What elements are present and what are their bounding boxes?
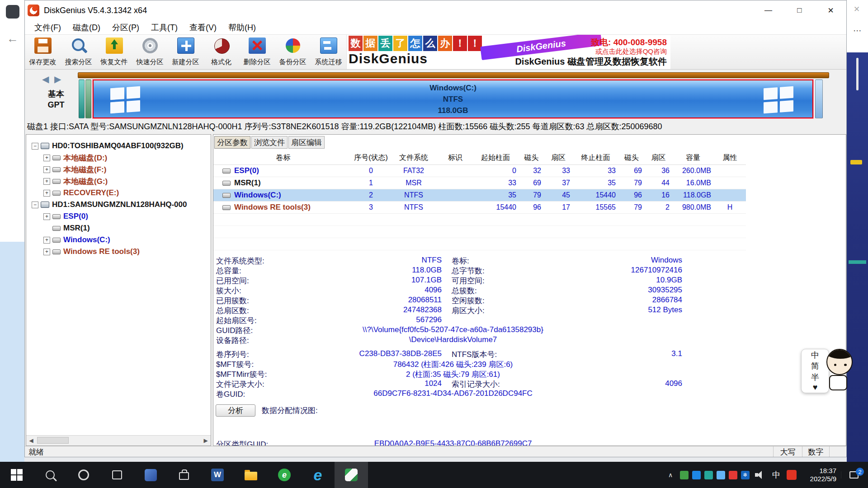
input-method-icon[interactable] — [787, 470, 797, 480]
banner-qq-link[interactable]: 或点击此处选择QQ咨询 — [595, 47, 667, 56]
ime-mode-label[interactable]: 中 — [811, 350, 819, 361]
menu-item[interactable]: 查看(V) — [184, 22, 222, 33]
tree-item[interactable]: + 本地磁盘(F:) — [26, 164, 211, 175]
expand-toggle[interactable]: − — [32, 143, 38, 150]
scrollbar-thumb[interactable] — [856, 58, 859, 90]
menu-item[interactable]: 分区(P) — [106, 22, 145, 33]
tree-item[interactable]: − HD0:TOSHIBAMQ04ABF100(932GB) — [26, 140, 211, 152]
tray-messenger-icon[interactable] — [717, 471, 725, 479]
table-header-cell[interactable]: 卷标 — [213, 153, 353, 163]
expand-toggle[interactable]: + — [43, 166, 50, 173]
table-header-cell[interactable]: 文件系统 — [389, 153, 439, 163]
expand-toggle[interactable]: + — [43, 237, 50, 244]
edge-button[interactable]: e — [301, 462, 335, 488]
word-button[interactable]: W — [201, 462, 234, 488]
ime-mode-label[interactable]: 半 — [811, 372, 819, 383]
expand-toggle[interactable]: + — [43, 155, 50, 161]
more-menu-icon[interactable]: ⋯ — [853, 25, 862, 36]
table-header-cell[interactable]: 扇区 — [544, 153, 573, 163]
table-header-cell[interactable]: 扇区 — [645, 153, 672, 163]
table-header-cell[interactable]: 磁头 — [618, 153, 645, 163]
tray-snowflake-icon[interactable]: ❄ — [741, 471, 750, 479]
tree-item[interactable]: + 本地磁盘(D:) — [26, 152, 211, 164]
close-button[interactable]: ✕ — [815, 0, 846, 20]
disk-next-icon[interactable]: ▶ — [54, 74, 61, 84]
tree-horizontal-scrollbar[interactable]: ◀ ▶ — [26, 435, 211, 446]
tree-item[interactable]: + RECOVERY(E:) — [26, 187, 211, 199]
pinned-app-icon[interactable] — [134, 462, 167, 488]
table-header-cell[interactable]: 容量 — [672, 153, 714, 163]
maximize-button[interactable]: □ — [784, 0, 815, 20]
expand-toggle[interactable]: + — [43, 190, 50, 197]
partition-block-msr[interactable] — [85, 80, 91, 118]
taskbar-clock[interactable]: 18:37 2022/5/9 — [799, 467, 841, 483]
toolbar-button[interactable]: 快速分区 — [132, 35, 168, 70]
tray-antivirus-icon[interactable] — [680, 471, 689, 479]
search-button[interactable] — [33, 462, 67, 488]
ime-mascot-icon[interactable] — [826, 349, 853, 375]
toolbar-button[interactable]: 备份分区 — [275, 35, 311, 70]
tree-item[interactable]: + Windows RE tools(3) — [26, 246, 211, 258]
tab[interactable]: 分区参数 — [214, 136, 250, 149]
menu-item[interactable]: 文件(F) — [28, 22, 67, 33]
menu-item[interactable]: 磁盘(D) — [67, 22, 106, 33]
back-arrow-icon[interactable]: ← — [7, 32, 19, 46]
toolbar-button[interactable]: 新建分区 — [168, 35, 203, 70]
tree-item[interactable]: + Windows(C:) — [26, 234, 211, 246]
toolbar-button[interactable]: 保存更改 — [25, 35, 61, 70]
analyze-button[interactable]: 分析 — [216, 404, 255, 417]
diskgenius-taskbar-button[interactable] — [335, 462, 368, 488]
toolbar-button[interactable]: 搜索分区 — [61, 35, 96, 70]
ad-banner[interactable]: 数据丢了怎么办！！ DiskGenius DiskGenius 致电: 400-… — [346, 35, 670, 69]
scroll-right-icon[interactable]: ▶ — [201, 437, 211, 444]
tray-browser-icon[interactable] — [692, 471, 701, 479]
menu-item[interactable]: 工具(T) — [145, 22, 184, 33]
browser-green-button[interactable]: e — [268, 462, 301, 488]
cortana-button[interactable] — [67, 462, 100, 488]
ime-indicator[interactable]: 中 — [769, 469, 784, 480]
toolbar-button[interactable]: 系统迁移 — [311, 35, 346, 70]
menu-item[interactable]: 帮助(H) — [222, 22, 262, 33]
expand-toggle[interactable]: + — [43, 178, 50, 185]
expand-toggle[interactable]: + — [43, 249, 50, 255]
tray-expand-icon[interactable]: ∧ — [663, 471, 678, 479]
action-center-button[interactable]: 2 — [841, 471, 866, 479]
tray-teal-icon[interactable] — [704, 471, 713, 479]
tab[interactable]: 浏览文件 — [251, 136, 288, 149]
start-button[interactable] — [0, 462, 33, 488]
table-row[interactable]: Windows(C:) 2 NTFS 35 79 45 15440 96 16 — [213, 189, 746, 202]
toolbar-button[interactable]: 格式化 — [203, 35, 239, 70]
file-explorer-button[interactable] — [234, 462, 268, 488]
table-header-cell[interactable]: 序号(状态) — [353, 153, 389, 163]
background-close-icon[interactable]: ✕ — [854, 5, 860, 14]
table-header-cell[interactable]: 属性 — [714, 153, 746, 163]
tray-red-icon[interactable] — [729, 471, 737, 479]
ime-mode-label[interactable]: ♥ — [813, 383, 818, 392]
ime-floating-widget[interactable]: 中简半♥ — [801, 349, 853, 393]
expand-toggle[interactable]: − — [32, 202, 38, 208]
table-row[interactable]: MSR(1) 1 MSR 33 69 37 35 79 44 16.0MB — [213, 177, 746, 189]
tree-item[interactable]: − HD1:SAMSUNGMZNLN128HAHQ-000 — [26, 199, 211, 211]
scroll-left-icon[interactable]: ◀ — [26, 437, 36, 444]
partition-block-re-tools[interactable] — [815, 80, 823, 118]
volume-icon[interactable] — [755, 471, 765, 479]
tree-item[interactable]: + ESP(0) — [26, 211, 211, 222]
table-header-cell[interactable]: 起始柱面 — [472, 153, 519, 163]
table-header-cell[interactable]: 标识 — [439, 153, 472, 163]
tree-item[interactable]: + 本地磁盘(G:) — [26, 175, 211, 187]
table-row[interactable]: Windows RE tools(3) 3 NTFS 15440 96 17 1… — [213, 202, 746, 214]
table-row[interactable]: ESP(0) 0 FAT32 0 32 33 33 69 36 260.0MB — [213, 165, 746, 177]
store-button[interactable] — [167, 462, 201, 488]
partition-block-windows-c[interactable]: Windows(C:) NTFS 118.0GB — [93, 80, 813, 118]
table-header-cell[interactable]: 终止柱面 — [573, 153, 618, 163]
task-view-button[interactable] — [100, 462, 134, 488]
toolbar-button[interactable]: 删除分区 — [239, 35, 275, 70]
ime-mode-label[interactable]: 简 — [811, 361, 819, 371]
partition-block-esp[interactable] — [79, 80, 85, 118]
disk-prev-icon[interactable]: ◀ — [42, 74, 49, 84]
table-header-cell[interactable]: 磁头 — [519, 153, 544, 163]
expand-toggle[interactable]: + — [43, 213, 50, 220]
minimize-button[interactable]: — — [753, 0, 784, 20]
toolbar-button[interactable]: 恢复文件 — [96, 35, 132, 70]
tab[interactable]: 扇区编辑 — [288, 136, 325, 149]
